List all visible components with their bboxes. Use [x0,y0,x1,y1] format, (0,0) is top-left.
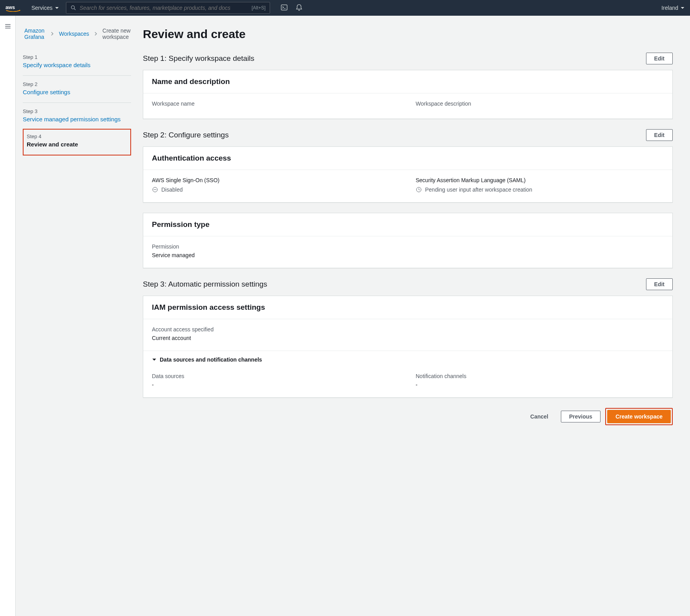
chevron-right-icon [94,31,98,37]
field-label: Permission [152,243,664,250]
top-nav: aws Services [Alt+S] Ireland [0,0,690,16]
region-selector[interactable]: Ireland [661,5,685,11]
workspace-description-field: Workspace description [416,101,664,109]
wizard-step-3[interactable]: Step 3 Service managed permission settin… [23,102,131,130]
region-label: Ireland [661,5,678,11]
caret-down-icon [55,6,59,10]
content-area: Amazon Grafana Workspaces Create new wor… [16,16,690,616]
field-value: - [152,382,400,388]
account-access-field: Account access specified Current account [152,326,664,341]
step-link[interactable]: Specify workspace details [23,62,91,68]
step-label: Step 1 [23,54,131,60]
services-label: Services [31,5,53,11]
expander-data-sources[interactable]: Data sources and notification channels [143,351,672,368]
edit-step-2-button[interactable]: Edit [646,129,673,141]
services-menu[interactable]: Services [31,5,59,11]
panel-name-description: Name and description Workspace name Work… [143,70,673,119]
cloudshell-icon[interactable] [280,4,288,13]
data-sources-field: Data sources - [152,373,400,388]
edit-step-1-button[interactable]: Edit [646,53,673,64]
panel-iam-settings: IAM permission access settings Account a… [143,296,673,398]
pending-icon [416,186,422,193]
footer-actions: Cancel Previous Create workspace [143,408,673,425]
section-1-heading: Step 1: Specify workspace details [143,54,254,63]
sso-field: AWS Single Sign-On (SSO) Disabled [152,177,400,193]
field-label: Notification channels [416,373,664,379]
cancel-button[interactable]: Cancel [522,410,556,423]
field-label: Data sources [152,373,400,379]
step-current: Review and create [27,141,127,148]
expander-label: Data sources and notification channels [160,356,262,363]
breadcrumb-link-grafana[interactable]: Amazon Grafana [24,27,46,40]
workspace-name-field: Workspace name [152,101,400,109]
wizard-step-2[interactable]: Step 2 Configure settings [23,75,131,102]
step-link[interactable]: Configure settings [23,89,70,95]
field-label: Workspace description [416,101,664,107]
status-text: Disabled [161,186,183,193]
step-link[interactable]: Service managed permission settings [23,116,120,122]
svg-rect-3 [281,5,287,10]
breadcrumb: Amazon Grafana Workspaces Create new wor… [23,27,131,40]
step-label: Step 2 [23,81,131,87]
create-workspace-button[interactable]: Create workspace [607,410,671,423]
field-label: Account access specified [152,326,664,333]
section-3-header: Step 3: Automatic permission settings Ed… [143,278,673,290]
notification-channels-field: Notification channels - [416,373,664,388]
hamburger-icon[interactable] [4,23,11,616]
panel-title: Permission type [143,213,672,236]
field-label: Security Assertion Markup Language (SAML… [416,177,664,183]
saml-field: Security Assertion Markup Language (SAML… [416,177,664,193]
caret-down-icon [681,6,685,10]
svg-line-2 [74,9,75,10]
field-value: Service managed [152,252,664,258]
field-value: Current account [152,335,664,341]
wizard-step-4[interactable]: Step 4 Review and create [23,129,131,155]
aws-logo[interactable]: aws [5,4,24,12]
breadcrumb-current: Create new workspace [102,27,131,40]
field-value: - [416,382,664,388]
status-text: Pending user input after workspace creat… [425,186,532,193]
sso-status: Disabled [152,186,400,193]
previous-button[interactable]: Previous [561,411,601,422]
page-title: Review and create [143,27,673,41]
svg-point-1 [71,6,74,9]
panel-title: Authentication access [143,147,672,170]
search-input[interactable] [77,5,252,11]
caret-down-icon [152,357,157,362]
panel-permission-type: Permission type Permission Service manag… [143,213,673,268]
search-icon [70,5,77,11]
panel-auth-access: Authentication access AWS Single Sign-On… [143,146,673,203]
notifications-icon[interactable] [295,4,303,13]
breadcrumb-link-workspaces[interactable]: Workspaces [59,31,89,37]
svg-text:aws: aws [5,4,15,10]
global-search[interactable]: [Alt+S] [66,2,270,14]
create-workspace-highlight: Create workspace [605,408,673,425]
search-shortcut: [Alt+S] [252,5,266,11]
disabled-icon [152,186,158,193]
wizard-step-1[interactable]: Step 1 Specify workspace details [23,54,131,75]
permission-field: Permission Service managed [152,243,664,258]
saml-status: Pending user input after workspace creat… [416,186,664,193]
side-rail [0,16,16,616]
main-column: Review and create Step 1: Specify worksp… [143,27,673,600]
topnav-icons [277,4,303,13]
wizard-steps: Step 1 Specify workspace details Step 2 … [23,54,131,155]
field-label: AWS Single Sign-On (SSO) [152,177,400,183]
page-shell: Amazon Grafana Workspaces Create new wor… [0,16,690,616]
field-label: Workspace name [152,101,400,107]
edit-step-3-button[interactable]: Edit [646,278,673,290]
panel-title: Name and description [143,70,672,93]
section-2-heading: Step 2: Configure settings [143,131,229,139]
section-1-header: Step 1: Specify workspace details Edit [143,53,673,64]
left-column: Amazon Grafana Workspaces Create new wor… [21,27,131,600]
chevron-right-icon [50,31,54,37]
section-2-header: Step 2: Configure settings Edit [143,129,673,141]
step-label: Step 3 [23,108,131,114]
section-3-heading: Step 3: Automatic permission settings [143,280,267,289]
step-label: Step 4 [27,133,127,139]
panel-title: IAM permission access settings [143,296,672,319]
